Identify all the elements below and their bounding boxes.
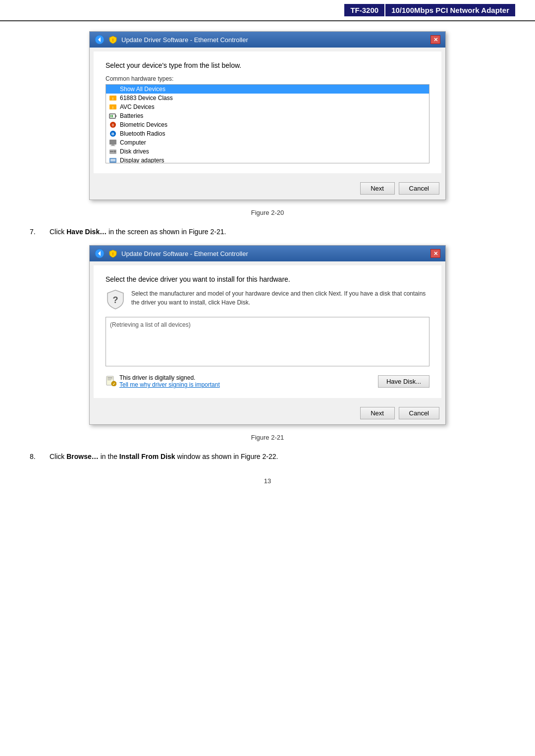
back-arrow-icon (95, 35, 105, 45)
svg-rect-38 (107, 380, 111, 380)
step-text: Click Have Disk… in the screen as shown … (50, 226, 226, 237)
retrieving-box: (Retrieving a list of all devices) (106, 317, 429, 366)
computer-icon (109, 139, 117, 146)
list-item-label: Biometric Devices (120, 121, 167, 128)
list-item-label: 61883 Device Class (120, 95, 173, 101)
list-item[interactable]: B Bluetooth Radios (106, 129, 429, 138)
figure2-caption: Figure 2-21 (30, 434, 505, 441)
dialog2-footer: Next Cancel (90, 402, 445, 424)
signed-text: This driver is digitally signed. (119, 374, 220, 381)
close-button[interactable]: ✕ (430, 35, 440, 44)
svg-point-19 (114, 151, 116, 152)
info-text: Select the manufacturer and model of you… (131, 289, 429, 309)
page-number: 13 (0, 477, 535, 485)
next-button2[interactable]: Next (360, 407, 395, 419)
svg-text:!: ! (112, 106, 113, 109)
list-item-label: Show All Devices (120, 86, 165, 93)
page-header: TF-3200 10/100Mbps PCI Network Adapter (0, 0, 535, 21)
dialog2: ! Update Driver Software - Ethernet Cont… (89, 245, 446, 425)
step8-text: Click Browse… in the Install From Disk w… (50, 451, 278, 462)
svg-rect-9 (110, 115, 111, 117)
dialog2-bottom: ✓ This driver is digitally signed. Tell … (106, 374, 429, 388)
header-description: 10/100Mbps PCI Network Adapter (385, 4, 515, 16)
list-item[interactable]: Batteries (106, 111, 429, 120)
svg-text:!: ! (112, 38, 114, 43)
step-number: 7. (30, 226, 45, 237)
list-item-label: Bluetooth Radios (120, 130, 165, 137)
step-8: 8. Click Browse… in the Install From Dis… (30, 451, 505, 462)
disk-drives-icon (109, 148, 117, 155)
svg-text:B: B (111, 132, 114, 136)
step-7: 7. Click Have Disk… in the screen as sho… (30, 226, 505, 237)
next-button[interactable]: Next (360, 182, 395, 195)
shield-icon: ! (108, 35, 117, 44)
avc-icon: ! (109, 103, 117, 110)
cancel-button[interactable]: Cancel (399, 182, 439, 195)
dialog1-titlebar: ! Update Driver Software - Ethernet Cont… (90, 32, 445, 48)
list-item[interactable]: Disk drives (106, 147, 429, 156)
list-item-label: Display adapters (120, 157, 164, 163)
dialog1-footer: Next Cancel (90, 177, 445, 200)
svg-text:!: ! (112, 97, 113, 101)
signed-link[interactable]: Tell me why driver signing is important (119, 381, 220, 388)
dialog1-label: Common hardware types: (106, 75, 429, 82)
info-icon-box: ? (106, 289, 125, 309)
titlebar-left: ! Update Driver Software - Ethernet Cont… (95, 35, 248, 45)
svg-rect-17 (110, 146, 115, 146)
svg-rect-36 (107, 377, 112, 378)
list-item-label: Disk drives (120, 148, 149, 155)
hardware-type-list[interactable]: Show All Devices ! 61883 Device Class (106, 84, 429, 163)
list-item[interactable]: B Biometric Devices (106, 120, 429, 129)
back-arrow-icon2 (95, 249, 105, 258)
list-item-label: AVC Devices (120, 103, 155, 110)
signed-text-block: This driver is digitally signed. Tell me… (119, 374, 220, 388)
svg-text:?: ? (113, 295, 118, 305)
list-item[interactable]: Computer (106, 138, 429, 147)
install-from-disk-bold: Install From Disk (119, 453, 175, 460)
question-shield-icon: ? (107, 289, 124, 310)
dialog2-subtitle: Select the device driver you want to ins… (106, 275, 429, 283)
svg-rect-20 (110, 151, 113, 152)
titlebar2-left: ! Update Driver Software - Ethernet Cont… (95, 249, 248, 258)
cancel-button2[interactable]: Cancel (399, 407, 439, 419)
list-item[interactable]: Display adapters (106, 156, 429, 163)
browse-bold: Browse… (66, 453, 99, 460)
signed-info: ✓ This driver is digitally signed. Tell … (106, 374, 220, 388)
bluetooth-icon: B (109, 130, 117, 137)
svg-rect-8 (115, 115, 116, 117)
svg-text:!: ! (112, 252, 114, 256)
svg-rect-16 (111, 145, 114, 146)
header-model: TF-3200 (344, 4, 385, 16)
shield-icon2: ! (108, 249, 117, 258)
dialog2-info: ? Select the manufacturer and model of y… (106, 289, 429, 309)
show-all-icon (109, 86, 117, 93)
svg-rect-22 (110, 159, 115, 161)
device-class-icon: ! (109, 95, 117, 101)
svg-rect-15 (109, 140, 116, 145)
list-item-label: Batteries (120, 112, 143, 119)
svg-text:✓: ✓ (112, 382, 115, 386)
dialog1-body: Select your device's type from the list … (94, 51, 441, 173)
step-number8: 8. (30, 451, 45, 462)
display-adapters-icon (109, 157, 117, 163)
svg-rect-37 (107, 379, 112, 379)
svg-rect-10 (112, 115, 113, 117)
dialog2-titlebar: ! Update Driver Software - Ethernet Cont… (90, 246, 445, 261)
dialog2-title: Update Driver Software - Ethernet Contro… (121, 250, 248, 257)
have-disk-bold: Have Disk… (66, 228, 107, 236)
dialog1-subtitle: Select your device's type from the list … (106, 61, 429, 69)
batteries-icon (109, 112, 117, 119)
svg-text:B: B (112, 123, 114, 127)
list-item[interactable]: ! AVC Devices (106, 102, 429, 111)
dialog2-body: Select the device driver you want to ins… (94, 265, 441, 398)
figure1-caption: Figure 2-20 (30, 209, 505, 216)
close-button2[interactable]: ✕ (430, 249, 440, 258)
list-item[interactable]: ! 61883 Device Class (106, 94, 429, 102)
main-content: ! Update Driver Software - Ethernet Cont… (0, 31, 535, 462)
dialog1: ! Update Driver Software - Ethernet Cont… (89, 31, 446, 200)
retrieving-text: (Retrieving a list of all devices) (110, 321, 191, 328)
biometric-icon: B (109, 121, 117, 128)
list-item[interactable]: Show All Devices (106, 85, 429, 94)
dialog1-title: Update Driver Software - Ethernet Contro… (121, 36, 248, 44)
have-disk-button[interactable]: Have Disk... (378, 375, 429, 388)
